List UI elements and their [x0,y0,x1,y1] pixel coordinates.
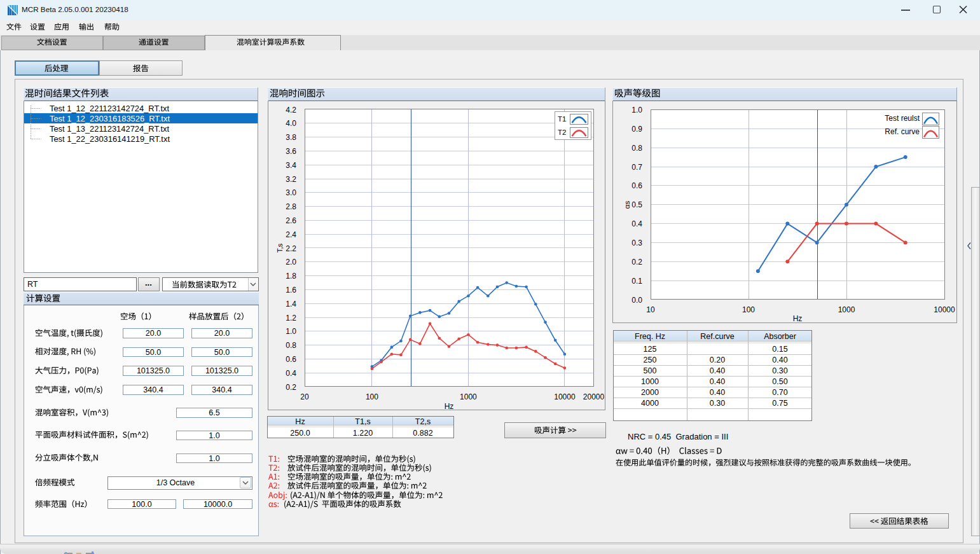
svg-text:T1: T1 [558,115,566,123]
svg-text:Ref. curve: Ref. curve [885,127,920,136]
svg-text:Test reulst: Test reulst [885,114,920,123]
svg-text:T2: T2 [558,128,566,136]
